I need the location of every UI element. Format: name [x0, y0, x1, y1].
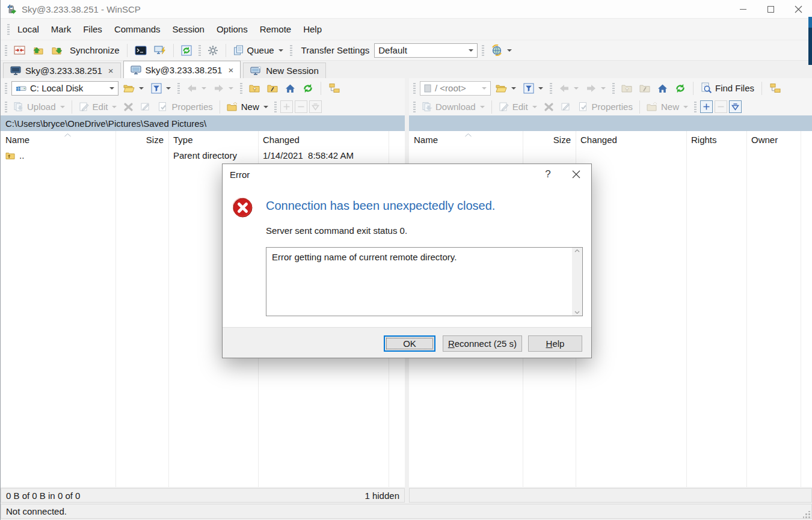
local-root-directory-button[interactable] [265, 82, 280, 95]
local-properties-button[interactable]: Properties [155, 100, 215, 114]
local-delete-button[interactable] [121, 100, 136, 114]
local-home-directory-button[interactable] [283, 82, 298, 95]
local-drive-select[interactable]: C: Local Disk [11, 81, 118, 96]
remote-properties-button[interactable]: Properties [576, 100, 635, 114]
transfer-mode-button[interactable] [488, 43, 514, 58]
dialog-detail-box[interactable]: Error getting name of current remote dir… [266, 247, 583, 316]
local-forward-button[interactable] [211, 82, 236, 95]
local-filter-button[interactable] [149, 81, 173, 96]
remote-forward-button[interactable] [583, 82, 608, 95]
open-session-in-putty-button[interactable] [152, 43, 168, 57]
chevron-down-icon [201, 87, 206, 90]
grip-handle [612, 83, 615, 94]
local-open-directory-button[interactable] [121, 82, 146, 95]
local-upload-button[interactable]: Upload [11, 100, 67, 114]
local-new-button[interactable]: New [224, 100, 271, 114]
dialog-help-button[interactable]: ? [535, 164, 561, 185]
column-header-owner[interactable]: Owner [746, 135, 801, 145]
remote-path-bar[interactable] [409, 115, 812, 131]
column-header-rights[interactable]: Rights [686, 135, 746, 145]
transfer-settings-value: Default [378, 45, 464, 55]
local-path: C:\Users\bryce\OneDrive\Pictures\Saved P… [5, 118, 206, 129]
remote-unselect-button[interactable] [715, 100, 727, 113]
session-tab-2-active[interactable]: Sky@3.233.38.251 × [123, 61, 241, 78]
menu-help[interactable]: Help [297, 19, 328, 39]
remote-rename-button[interactable] [558, 100, 574, 114]
detail-scrollbar[interactable] [572, 248, 582, 316]
download-files-button[interactable] [49, 44, 65, 57]
session-tab-1[interactable]: Sky@3.233.38.251 × [3, 63, 121, 78]
local-refresh-button[interactable] [300, 81, 316, 96]
open-terminal-button[interactable] [132, 44, 149, 57]
reconnect-button[interactable]: Reconnect (25 s) [443, 335, 522, 352]
remote-tree-toggle-button[interactable] [767, 81, 783, 95]
remote-invert-selection-button[interactable] [729, 100, 742, 113]
local-invert-selection-button[interactable] [309, 100, 322, 113]
local-select-button[interactable] [280, 100, 293, 113]
grip-handle [5, 102, 7, 112]
queue-button[interactable]: Queue [231, 43, 286, 57]
menu-remote[interactable]: Remote [254, 19, 298, 39]
connection-status-segment: Not connected. [1, 504, 812, 519]
help-button[interactable]: Help [528, 335, 582, 352]
transfer-settings-select[interactable]: Default [374, 43, 478, 58]
remote-download-button[interactable]: Download [419, 100, 487, 114]
remote-filter-button[interactable] [521, 81, 546, 96]
menu-files[interactable]: Files [77, 19, 108, 39]
column-header-name[interactable]: Name [1, 135, 115, 145]
column-header-type[interactable]: Type [168, 135, 258, 145]
remote-delete-button[interactable] [541, 100, 556, 114]
parent-directory-row[interactable]: .. Parent directory 1/14/2021 8:58:42 AM [1, 148, 405, 163]
column-header-size[interactable]: Size [523, 135, 576, 145]
dialog-close-button[interactable] [561, 164, 591, 185]
local-edit-button[interactable]: Edit [76, 100, 120, 114]
remote-refresh-button[interactable] [672, 81, 688, 96]
find-files-button[interactable]: Find Files [698, 81, 757, 96]
local-rename-button[interactable] [138, 100, 153, 114]
local-unselect-button[interactable] [295, 100, 307, 113]
local-parent-directory-button[interactable] [247, 82, 262, 95]
maximize-button[interactable] [757, 0, 784, 18]
local-back-button[interactable] [184, 82, 209, 95]
refresh-session-button[interactable] [179, 43, 194, 58]
column-header-changed[interactable]: Changed [576, 135, 686, 145]
remote-parent-directory-button[interactable] [619, 82, 635, 95]
remote-back-button[interactable] [556, 82, 581, 95]
remote-select-button[interactable] [700, 100, 713, 113]
tab-close-icon[interactable]: × [108, 66, 114, 75]
remote-home-directory-button[interactable] [655, 82, 670, 95]
close-button[interactable] [784, 0, 812, 18]
resize-grip[interactable] [803, 511, 810, 518]
remote-edit-button[interactable]: Edit [496, 100, 540, 114]
ok-button[interactable]: OK [384, 335, 435, 352]
local-path-bar[interactable]: C:\Users\bryce\OneDrive\Pictures\Saved P… [1, 115, 405, 131]
toggle-split-button[interactable] [11, 44, 28, 57]
remote-drive-select[interactable]: / <root> [420, 81, 491, 96]
column-header-changed[interactable]: Changed [258, 135, 389, 145]
upload-files-button[interactable] [30, 44, 46, 57]
arrow-left-icon [186, 84, 197, 93]
menu-local[interactable]: Local [11, 19, 45, 39]
edit-label: Edit [93, 102, 108, 112]
properties-icon [578, 102, 589, 112]
plus-icon [283, 103, 290, 110]
column-header-size[interactable]: Size [115, 135, 168, 145]
preferences-button[interactable] [205, 43, 221, 58]
remote-open-directory-button[interactable] [493, 82, 518, 95]
menu-mark[interactable]: Mark [45, 19, 77, 39]
chevron-down-icon [469, 49, 473, 52]
new-session-tab[interactable]: New Session [243, 63, 326, 78]
menu-session[interactable]: Session [167, 19, 211, 39]
rename-icon [140, 102, 151, 112]
local-tree-toggle-button[interactable] [326, 81, 342, 95]
tab-close-icon[interactable]: × [228, 66, 233, 75]
minimize-button[interactable] [729, 0, 757, 18]
synchronize-button[interactable]: Synchronize [67, 43, 122, 57]
globe-sync-icon [491, 44, 503, 56]
folder-tree-icon [769, 83, 781, 93]
dialog-subtext: Server sent command exit status 0. [266, 225, 407, 236]
menu-options[interactable]: Options [211, 19, 254, 39]
remote-root-directory-button[interactable] [637, 82, 653, 95]
remote-new-button[interactable]: New [644, 100, 691, 114]
menu-commands[interactable]: Commands [108, 19, 167, 39]
